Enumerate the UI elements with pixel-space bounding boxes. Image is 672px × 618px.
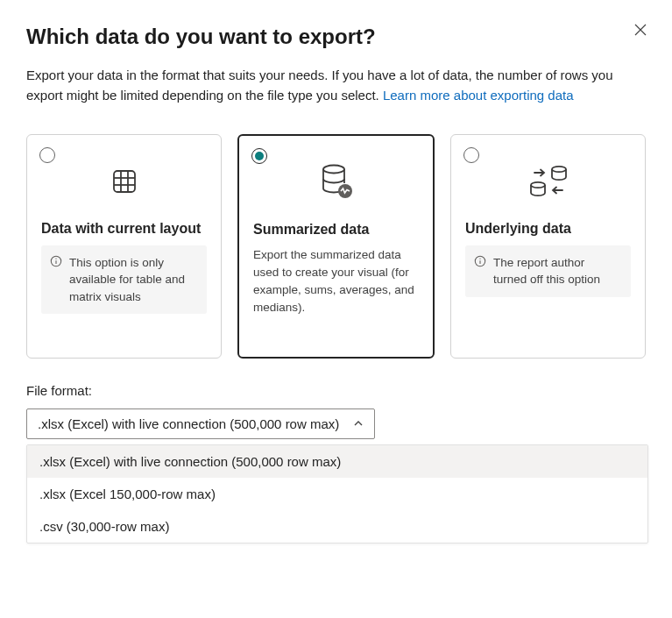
close-button[interactable]	[632, 21, 649, 39]
radio-button[interactable]	[463, 147, 479, 163]
file-format-dropdown-list: .xlsx (Excel) with live connection (500,…	[26, 444, 648, 543]
dialog-description: Export your data in the format that suit…	[26, 65, 622, 106]
option-note-text: The report author turned off this option	[493, 256, 600, 287]
dropdown-option[interactable]: .xlsx (Excel 150,000-row max)	[27, 478, 647, 510]
dropdown-option[interactable]: .csv (30,000-row max)	[27, 510, 647, 543]
close-icon	[633, 23, 647, 37]
option-title: Summarized data	[253, 222, 419, 238]
option-description: Export the summarized data used to creat…	[253, 246, 419, 317]
file-format-dropdown[interactable]: .xlsx (Excel) with live connection (500,…	[26, 408, 375, 439]
database-cycle-icon	[465, 161, 631, 202]
info-icon	[474, 255, 486, 267]
svg-rect-0	[114, 171, 135, 192]
dropdown-selected-value: .xlsx (Excel) with live connection (500,…	[38, 416, 339, 431]
option-title: Underlying data	[465, 221, 631, 237]
info-icon	[50, 255, 62, 267]
option-note-text: This option is only available for table …	[69, 256, 185, 303]
chevron-up-icon	[353, 418, 364, 429]
option-underlying-data[interactable]: Underlying data The report author turned…	[450, 134, 646, 359]
svg-point-11	[531, 181, 545, 187]
option-summarized-data[interactable]: Summarized data Export the summarized da…	[237, 134, 435, 359]
option-note: This option is only available for table …	[41, 245, 207, 315]
learn-more-link[interactable]: Learn more about exporting data	[383, 88, 574, 103]
database-activity-icon	[253, 162, 419, 202]
svg-point-14	[479, 258, 480, 259]
svg-point-7	[55, 258, 56, 259]
radio-button[interactable]	[39, 147, 55, 163]
svg-point-10	[552, 166, 566, 171]
option-data-with-current-layout[interactable]: Data with current layout This option is …	[26, 134, 222, 359]
export-dialog: Which data do you want to export? Export…	[0, 0, 672, 568]
radio-button[interactable]	[251, 148, 267, 164]
option-title: Data with current layout	[41, 221, 207, 237]
file-format-label: File format:	[26, 383, 646, 398]
svg-point-8	[323, 165, 344, 173]
export-options: Data with current layout This option is …	[26, 134, 646, 359]
option-note: The report author turned off this option	[465, 245, 631, 297]
table-layout-icon	[41, 161, 207, 202]
dialog-title: Which data do you want to export?	[26, 25, 646, 49]
dropdown-option[interactable]: .xlsx (Excel) with live connection (500,…	[27, 445, 647, 478]
